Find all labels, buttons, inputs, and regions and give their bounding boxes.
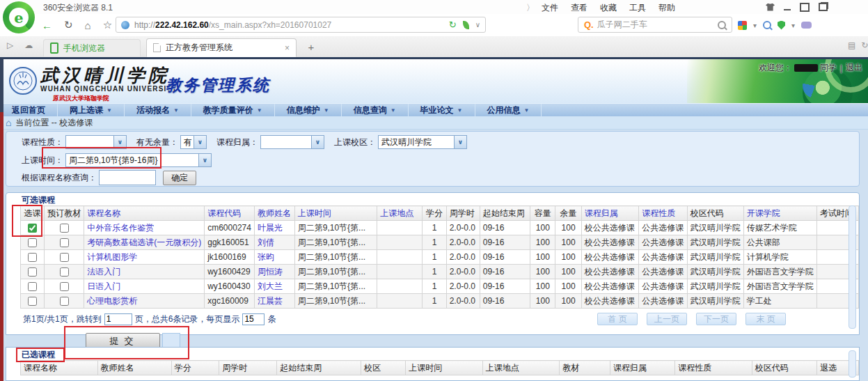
tab-mobile-browser[interactable]: 手机浏览器 <box>43 39 141 56</box>
session-restore-icon[interactable]: ↻ <box>861 40 868 50</box>
course-nature-select[interactable]: ∨ <box>65 135 127 149</box>
book-order-checkbox[interactable] <box>60 297 69 306</box>
pager-button[interactable]: 末 页 <box>745 313 786 325</box>
nav-item[interactable]: 公用信息▼ <box>475 104 542 116</box>
column-header-college[interactable]: 开课学院 <box>743 206 816 221</box>
close-tab-icon[interactable]: × <box>285 43 290 53</box>
course-select-checkbox[interactable] <box>28 238 37 247</box>
per-page-input[interactable] <box>242 313 265 325</box>
column-header-time[interactable]: 上课时间 <box>294 206 377 221</box>
logout-link[interactable]: 退出 <box>846 62 862 74</box>
class-time-select[interactable]: 周二第9,10节{第9-16周} ∨ <box>65 153 212 167</box>
cell-name[interactable]: 日语入门 <box>84 279 205 294</box>
pager-button[interactable]: 上一页 <box>647 313 687 325</box>
tab-list-icon[interactable]: ▤ <box>848 40 855 50</box>
browser-360-logo[interactable]: e <box>3 1 35 33</box>
cell-name[interactable]: 考研高数基础选讲(一元微积分) <box>84 235 205 250</box>
book-order-checkbox[interactable] <box>60 253 69 262</box>
browser-search-box[interactable]: Q. 瓜子网二手车 <box>578 17 732 33</box>
attribution-label: 课程归属： <box>216 137 258 148</box>
book-order-checkbox[interactable] <box>60 282 69 291</box>
course-name-query-input[interactable] <box>99 170 156 185</box>
nav-item[interactable]: 活动报名▼ <box>125 104 191 116</box>
cell-weeks: 09-16 <box>480 265 530 279</box>
skin-icon[interactable] <box>766 3 775 11</box>
pager-button[interactable]: 下一页 <box>696 313 736 325</box>
column-header-location[interactable]: 上课地点 <box>377 206 423 221</box>
menu-expander-icon[interactable]: 〉 <box>526 2 535 14</box>
cell-book <box>45 221 84 235</box>
capacity-select[interactable]: 有 ∨ <box>180 135 207 149</box>
column-header-code[interactable]: 课程代码 <box>205 206 255 221</box>
nav-item[interactable]: 网上选课▼ <box>58 104 125 116</box>
bookmark-star-icon[interactable]: ☆ <box>103 19 112 31</box>
maximize-icon[interactable] <box>800 3 810 12</box>
course-select-checkbox[interactable] <box>28 297 37 306</box>
home-icon[interactable]: ⌂ <box>85 20 91 31</box>
course-select-checkbox[interactable] <box>28 253 37 262</box>
browser-menu-item[interactable]: 帮助 <box>658 2 675 14</box>
nav-item[interactable]: 毕业论文▼ <box>409 104 475 116</box>
back-icon[interactable]: ← <box>42 20 52 31</box>
confirm-button[interactable]: 确定 <box>163 171 196 185</box>
browser-menu-item[interactable]: 文件 <box>542 2 558 14</box>
home-breadcrumb-icon: ⌂ <box>6 117 11 128</box>
accelerate-icon[interactable]: ↻ <box>449 20 457 30</box>
security-shield-icon[interactable] <box>778 21 785 30</box>
refresh-icon[interactable]: ↻ <box>64 19 73 31</box>
column-header-name[interactable]: 课程名称 <box>84 206 205 221</box>
book-order-checkbox[interactable] <box>60 267 69 277</box>
cell-name[interactable]: 中外音乐名作鉴赏 <box>84 221 205 235</box>
page-content: 欢迎您： 同学 | 退出 武汉晴川学院 WUHAN QINGCHUAN UNIV… <box>0 57 868 381</box>
minimize-icon[interactable] <box>784 9 791 10</box>
url-box[interactable]: http:// 222.42.162.60 /xs_main.aspx?xh=2… <box>116 17 486 33</box>
cell-attribution: 校公共选修课 <box>581 250 639 265</box>
restore-icon[interactable] <box>819 3 828 11</box>
selected-column-header: 学分 <box>171 361 219 375</box>
apps-grid-icon[interactable] <box>738 21 747 30</box>
search-icon[interactable] <box>718 21 726 29</box>
apps-caret-icon[interactable]: ▾ <box>753 22 757 29</box>
book-order-checkbox[interactable] <box>60 224 69 233</box>
panel-scrollbar[interactable] <box>849 350 856 378</box>
nav-item[interactable]: 教学质量评价▼ <box>191 104 275 116</box>
cell-select <box>21 294 45 309</box>
nav-item[interactable]: 返回首页 <box>0 104 58 116</box>
nav-item[interactable]: 信息查询▼ <box>342 104 409 116</box>
cloud-sync-icon[interactable]: ☁ <box>24 40 33 50</box>
course-select-checkbox[interactable] <box>28 282 37 291</box>
book-order-checkbox[interactable] <box>60 238 69 247</box>
url-dropdown-icon[interactable]: ∨ <box>475 21 480 29</box>
cell-name[interactable]: 法语入门 <box>84 265 205 279</box>
browser-menu-item[interactable]: 查看 <box>571 2 587 14</box>
browser-menu-item[interactable]: 工具 <box>629 2 646 14</box>
attribution-select[interactable]: ∨ <box>260 135 324 149</box>
column-header-teacher[interactable]: 教师姓名 <box>254 206 294 221</box>
nav-item[interactable]: 信息维护▼ <box>275 104 342 116</box>
course-nature-label: 课程性质： <box>22 137 63 148</box>
games-icon[interactable] <box>801 22 812 29</box>
new-tab-button[interactable]: + <box>303 40 319 54</box>
collapse-icon[interactable]: ▷ <box>7 40 13 50</box>
cell-code: jk1600169 <box>205 250 255 265</box>
cell-name[interactable]: 计算机图形学 <box>84 250 205 265</box>
cell-location <box>377 294 423 309</box>
cell-name[interactable]: 心理电影赏析 <box>84 294 205 309</box>
shield-caret-icon[interactable]: ▾ <box>791 22 795 29</box>
column-header-attribution[interactable]: 课程归属 <box>581 206 639 221</box>
cell-capacity: 100 <box>530 221 555 235</box>
panel-scrollbar[interactable] <box>849 205 856 329</box>
course-select-checkbox[interactable] <box>28 224 37 233</box>
zoom-search-icon[interactable] <box>763 21 771 29</box>
chevron-down-icon: ▼ <box>390 107 396 114</box>
pager-button[interactable]: 首 页 <box>597 313 638 325</box>
course-select-checkbox[interactable] <box>28 267 37 277</box>
cell-college: 公共课部 <box>743 235 816 250</box>
jump-page-input[interactable] <box>104 313 132 325</box>
energy-leaf-icon[interactable] <box>463 21 469 29</box>
cell-campus: 武汉晴川学院 <box>687 221 743 235</box>
browser-menu-item[interactable]: 收藏 <box>600 2 617 14</box>
tab-jiaowu-system[interactable]: 正方教务管理系统 × <box>146 38 297 57</box>
campus-select[interactable]: 武汉晴川学院 ∨ <box>378 135 467 149</box>
column-header-nature[interactable]: 课程性质 <box>639 206 687 221</box>
